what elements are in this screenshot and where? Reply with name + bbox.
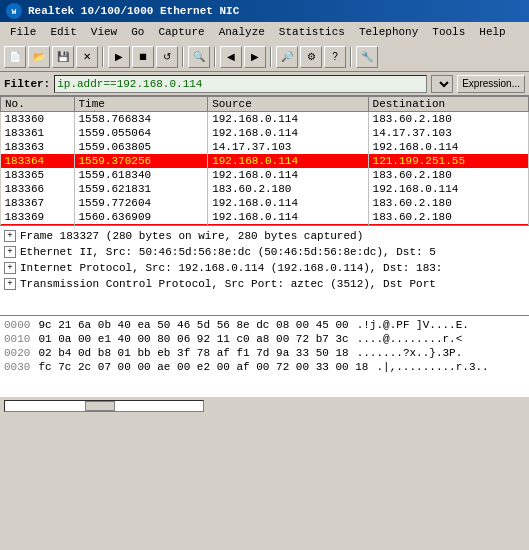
cell-time: 1559.621831 [74,182,208,196]
expand-icon[interactable]: + [4,246,16,258]
table-row[interactable]: 1833611559.055064192.168.0.11414.17.37.1… [1,126,529,140]
hex-ascii: .|,.........r.3.. [376,360,488,374]
cell-time: 1559.063805 [74,140,208,154]
title-bar: W Realtek 10/100/1000 Ethernet NIC [0,0,529,22]
expand-icon[interactable]: + [4,230,16,242]
table-row[interactable]: 1833631559.06380514.17.37.103192.168.0.1… [1,140,529,154]
col-src: Source [208,97,368,112]
table-row[interactable]: 1833651559.618340192.168.0.114183.60.2.1… [1,168,529,182]
cell-time: 1559.055064 [74,126,208,140]
cell-no: 183363 [1,140,75,154]
new-btn[interactable]: 📄 [4,46,26,68]
packet-list: No. Time Source Destination 1833601558.7… [0,96,529,226]
hex-ascii: .......?x..}.3P. [357,346,463,360]
filter-input[interactable] [54,75,427,93]
filter-btn[interactable]: 🔍 [188,46,210,68]
menu-tools[interactable]: Tools [426,25,471,39]
expand-icon[interactable]: + [4,262,16,274]
restart-btn[interactable]: ↺ [156,46,178,68]
sep4 [270,47,272,67]
menu-bar: FileEditViewGoCaptureAnalyzeStatisticsTe… [0,22,529,42]
sep2 [182,47,184,67]
prefs-btn[interactable]: 🔧 [356,46,378,68]
cell-no: 183365 [1,168,75,182]
cell-src: 192.168.0.114 [208,210,368,224]
detail-text: Transmission Control Protocol, Src Port:… [20,276,436,292]
menu-file[interactable]: File [4,25,42,39]
filter-bar: Filter: Expression... [0,72,529,96]
close-btn[interactable]: ✕ [76,46,98,68]
hex-area: 00009c 21 6a 0b 40 ea 50 46 5d 56 8e dc … [0,316,529,396]
menu-telephony[interactable]: Telephony [353,25,424,39]
hex-ascii: ....@........r.< [357,332,463,346]
col-dst: Destination [368,97,528,112]
hex-offset: 0010 [4,332,30,346]
toolbar: 📄 📂 💾 ✕ ▶ ⏹ ↺ 🔍 ◀ ▶ 🔎 ⚙ ? 🔧 [0,42,529,72]
cell-dst: 183.60.2.180 [368,196,528,210]
settings-btn[interactable]: ⚙ [300,46,322,68]
cell-time: 1559.772604 [74,196,208,210]
back-btn[interactable]: ◀ [220,46,242,68]
table-row[interactable]: 1833691560.636909192.168.0.114183.60.2.1… [1,210,529,224]
filter-dropdown[interactable] [431,75,453,93]
menu-go[interactable]: Go [125,25,150,39]
menu-statistics[interactable]: Statistics [273,25,351,39]
hex-bytes: 02 b4 0d b8 01 bb eb 3f 78 af f1 7d 9a 3… [38,346,348,360]
hex-row: 001001 0a 00 e1 40 00 80 06 92 11 c0 a8 … [4,332,525,346]
open-btn[interactable]: 📂 [28,46,50,68]
cell-time: 1559.370256 [74,154,208,168]
cell-dst: 121.199.251.55 [368,154,528,168]
cell-time: 1560.636909 [74,210,208,224]
menu-analyze[interactable]: Analyze [213,25,271,39]
detail-row: +Ethernet II, Src: 50:46:5d:56:8e:dc (50… [4,244,525,260]
menu-edit[interactable]: Edit [44,25,82,39]
table-row[interactable]: 1833671559.772604192.168.0.114183.60.2.1… [1,196,529,210]
packet-table: No. Time Source Destination 1833601558.7… [0,96,529,226]
detail-row: +Frame 183327 (280 bytes on wire, 280 by… [4,228,525,244]
cell-dst: 183.60.2.180 [368,112,528,127]
start-btn[interactable]: ▶ [108,46,130,68]
status-scroll[interactable] [4,400,204,412]
table-header-row: No. Time Source Destination [1,97,529,112]
scroll-thumb [85,401,115,411]
expression-button[interactable]: Expression... [457,75,525,93]
fwd-btn[interactable]: ▶ [244,46,266,68]
hex-row: 00009c 21 6a 0b 40 ea 50 46 5d 56 8e dc … [4,318,525,332]
cell-no: 183369 [1,210,75,224]
status-bar [0,396,529,414]
col-time: Time [74,97,208,112]
hex-ascii: .!j.@.PF ]V....E. [357,318,469,332]
hex-offset: 0020 [4,346,30,360]
detail-text: Frame 183327 (280 bytes on wire, 280 byt… [20,228,363,244]
cell-no: 183366 [1,182,75,196]
app-icon: W [6,3,22,19]
detail-text: Internet Protocol, Src: 192.168.0.114 (1… [20,260,442,276]
detail-row: +Transmission Control Protocol, Src Port… [4,276,525,292]
cell-src: 192.168.0.114 [208,126,368,140]
cell-no: 183364 [1,154,75,168]
stop-btn[interactable]: ⏹ [132,46,154,68]
table-row[interactable]: 1833641559.370256192.168.0.114121.199.25… [1,154,529,168]
cell-src: 14.17.37.103 [208,140,368,154]
menu-view[interactable]: View [85,25,123,39]
cell-no: 183361 [1,126,75,140]
save-btn[interactable]: 💾 [52,46,74,68]
zoom-btn[interactable]: 🔎 [276,46,298,68]
cell-dst: 192.168.0.114 [368,182,528,196]
cell-time: 1559.618340 [74,168,208,182]
detail-row: +Internet Protocol, Src: 192.168.0.114 (… [4,260,525,276]
menu-help[interactable]: Help [473,25,511,39]
cell-dst: 192.168.0.114 [368,140,528,154]
details-area: +Frame 183327 (280 bytes on wire, 280 by… [0,226,529,316]
table-row[interactable]: 1833601558.766834192.168.0.114183.60.2.1… [1,112,529,127]
sep3 [214,47,216,67]
help-btn2[interactable]: ? [324,46,346,68]
hex-bytes: 01 0a 00 e1 40 00 80 06 92 11 c0 a8 00 7… [38,332,348,346]
filter-label: Filter: [4,78,50,90]
menu-capture[interactable]: Capture [152,25,210,39]
cell-src: 192.168.0.114 [208,154,368,168]
table-row[interactable]: 1833661559.621831183.60.2.180192.168.0.1… [1,182,529,196]
expand-icon[interactable]: + [4,278,16,290]
cell-src: 183.60.2.180 [208,182,368,196]
sep5 [350,47,352,67]
